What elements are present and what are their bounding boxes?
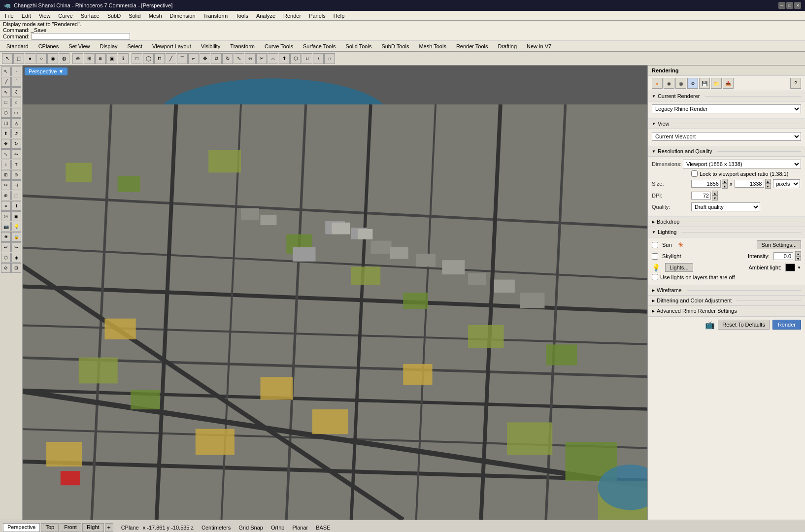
loft-btn[interactable]: ⬡ — [290, 53, 301, 64]
ambient-color-swatch[interactable] — [785, 264, 795, 271]
cylinder-btn[interactable]: ⊓ — [154, 53, 165, 64]
view-tab-top[interactable]: Top — [41, 523, 59, 532]
lt-hide[interactable]: 👁 — [1, 232, 11, 242]
command-input[interactable] — [32, 33, 130, 40]
view-tab-perspective[interactable]: Perspective — [3, 523, 40, 532]
dpi-down-btn[interactable]: ▼ — [712, 196, 718, 200]
lt-lock[interactable]: 🔒 — [11, 232, 21, 242]
lt-polygon[interactable]: ⬡ — [1, 108, 11, 118]
lt-zebra[interactable]: ⊟ — [11, 263, 21, 273]
sun-settings-btn[interactable]: Sun Settings... — [757, 240, 801, 249]
rotate-btn[interactable]: ↻ — [222, 53, 233, 64]
lt-mesh[interactable]: ⬡ — [1, 253, 11, 263]
window-controls[interactable]: ─ □ ✕ — [778, 2, 801, 9]
intensity-down-btn[interactable]: ▼ — [795, 256, 801, 261]
view-section[interactable]: ▼ View — [648, 119, 805, 129]
toolbar-tab-subd-tools[interactable]: SubD Tools — [377, 42, 413, 51]
lt-rotate[interactable]: ↻ — [11, 139, 21, 149]
lt-ellipse[interactable]: ⬭ — [11, 108, 21, 118]
object-props-btn[interactable]: ℹ — [118, 53, 129, 64]
dimensions-select[interactable]: Viewport (1856 x 1338) — [683, 160, 801, 168]
lt-arc[interactable]: ⌒ — [11, 77, 21, 87]
toolbar-tab-mesh-tools[interactable]: Mesh Tools — [414, 42, 450, 51]
width-down-btn[interactable]: ▼ — [722, 184, 728, 189]
lt-dim[interactable]: ↕ — [1, 160, 11, 169]
toolbar-tab-surface-tools[interactable]: Surface Tools — [299, 42, 340, 51]
toolbar-tab-set-view[interactable]: Set View — [64, 42, 94, 51]
toolbar-tab-cplanes[interactable]: CPlanes — [34, 42, 64, 51]
lt-point[interactable]: · — [11, 66, 21, 76]
lt-snap[interactable]: ⊕ — [11, 170, 21, 180]
wireframe-section[interactable]: ▶ Wireframe — [648, 285, 805, 296]
scale-btn[interactable]: ⤡ — [234, 53, 244, 64]
render-color-btn[interactable]: ● — [652, 78, 663, 89]
lt-redo[interactable]: ↪ — [11, 242, 21, 252]
minimize-btn[interactable]: ─ — [778, 2, 785, 9]
menu-item-view[interactable]: View — [36, 12, 54, 19]
wireframe-btn[interactable]: ○ — [36, 53, 47, 64]
lt-circle[interactable]: ○ — [11, 98, 21, 107]
toolbar-tab-drafting[interactable]: Drafting — [494, 42, 522, 51]
render-export-btn[interactable]: 📤 — [723, 78, 734, 89]
menu-item-edit[interactable]: Edit — [19, 12, 34, 19]
render-open-btn[interactable]: 📁 — [711, 78, 722, 89]
menu-item-analyze[interactable]: Analyze — [253, 12, 278, 19]
lt-props[interactable]: ℹ — [11, 201, 21, 211]
lt-scale[interactable]: ⤡ — [1, 149, 11, 159]
boolean-union-btn[interactable]: ∪ — [302, 53, 312, 64]
toolbar-tab-solid-tools[interactable]: Solid Tools — [341, 42, 376, 51]
height-input[interactable]: 1338 — [735, 180, 764, 188]
lt-curve[interactable]: ∿ — [1, 87, 11, 97]
menu-item-panels[interactable]: Panels — [306, 12, 329, 19]
intensity-input[interactable] — [773, 252, 793, 260]
intensity-up-btn[interactable]: ▲ — [795, 251, 801, 256]
toolbar-tab-display[interactable]: Display — [95, 42, 122, 51]
mirror-btn[interactable]: ⇔ — [245, 53, 256, 64]
dithering-section[interactable]: ▶ Dithering and Color Adjustment — [648, 296, 805, 306]
menu-item-transform[interactable]: Transform — [201, 12, 231, 19]
extrude-btn[interactable]: ⬆ — [279, 53, 290, 64]
lt-rect[interactable]: □ — [1, 98, 11, 107]
line-btn[interactable]: ╱ — [166, 53, 176, 64]
skylight-checkbox[interactable] — [652, 253, 658, 260]
viewport[interactable]: Perspective ▼ — [23, 66, 647, 520]
menu-item-mesh[interactable]: Mesh — [146, 12, 165, 19]
boolean-intersect-btn[interactable]: ∩ — [324, 53, 335, 64]
lt-material[interactable]: ▣ — [11, 211, 21, 221]
lt-grid[interactable]: ⊞ — [1, 170, 11, 180]
menu-item-help[interactable]: Help — [331, 12, 348, 19]
close-btn[interactable]: ✕ — [794, 2, 801, 9]
advanced-section[interactable]: ▶ Advanced Rhino Render Settings — [648, 306, 805, 316]
dpi-up-btn[interactable]: ▲ — [712, 191, 718, 196]
lt-group[interactable]: ⬚ — [11, 191, 21, 200]
toolbar-tab-viewport-layout[interactable]: Viewport Layout — [148, 42, 196, 51]
render-material-btn[interactable]: ◈ — [664, 78, 674, 89]
lt-camera[interactable]: 📷 — [1, 222, 11, 232]
toolbar-tab-new-in-v7[interactable]: New in V7 — [522, 42, 556, 51]
lights-btn[interactable]: Lights... — [665, 263, 693, 272]
menu-item-file[interactable]: File — [2, 12, 17, 19]
lt-split[interactable]: ⊣ — [11, 180, 21, 190]
render-env-btn[interactable]: ◎ — [675, 78, 686, 89]
viewport-label[interactable]: Perspective ▼ — [25, 67, 67, 75]
lt-mirror[interactable]: ⇔ — [11, 149, 21, 159]
renderer-select[interactable]: Legacy Rhino Render — [652, 104, 801, 113]
lt-patch[interactable]: ◬ — [11, 118, 21, 128]
lt-trim[interactable]: ✂ — [1, 180, 11, 190]
lt-layer[interactable]: ≡ — [1, 201, 11, 211]
view-tab-right[interactable]: Right — [82, 523, 104, 532]
rendered-btn[interactable]: ◍ — [59, 53, 69, 64]
lt-select[interactable]: ↖ — [1, 66, 11, 76]
backdrop-section[interactable]: ▶ Backdrop — [648, 217, 805, 227]
lt-analyze[interactable]: ⊘ — [1, 263, 11, 273]
lt-undo[interactable]: ↩ — [1, 242, 11, 252]
sun-checkbox[interactable] — [652, 242, 658, 248]
menu-item-surface[interactable]: Surface — [78, 12, 102, 19]
select-tool-btn[interactable]: ↖ — [2, 53, 13, 64]
lt-render[interactable]: ◎ — [1, 211, 11, 221]
lt-freeform[interactable]: ζ — [11, 87, 21, 97]
arc-btn[interactable]: ⌒ — [177, 53, 188, 64]
current-renderer-section[interactable]: ▼ Current Renderer — [648, 91, 805, 101]
lt-surface[interactable]: ◫ — [1, 118, 11, 128]
lt-subd[interactable]: ◈ — [11, 253, 21, 263]
